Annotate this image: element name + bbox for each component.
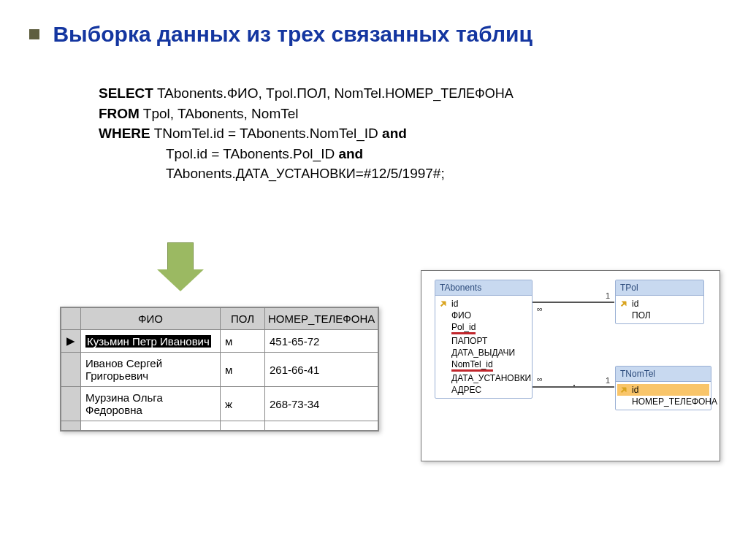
relationship-label-one: 1 [606, 291, 610, 300]
table-row [61, 421, 378, 431]
sql-keyword-and-2: and [338, 146, 363, 161]
col-pol: ПОЛ [221, 308, 265, 330]
table-row: Мурзина Ольга Федоровна ж 268-73-34 [61, 387, 378, 421]
cell-pol: м [221, 330, 265, 353]
slide-title: Выборка данных из трех связанных таблиц [53, 22, 533, 46]
sql-from-tables: Tpol, TAbonents, NomTel [140, 106, 299, 121]
schema-field: Pol_id [437, 321, 530, 335]
sql-keyword-and-1: and [382, 126, 407, 141]
schema-table-header: TNomTel [616, 367, 711, 382]
row-marker [61, 387, 81, 421]
sql-select-columns-2: НОМЕР_ТЕЛЕФОНА [385, 86, 514, 101]
schema-diagram: TAbonents id ФИО Pol_id ПАПОРТ ДАТА_ВЫДА… [421, 270, 720, 461]
schema-table-header: TAbonents [435, 280, 532, 296]
schema-field: ФИО [437, 310, 530, 321]
sql-select-columns: TAbonents.ФИО, Tpol.ПОЛ, NomTel. [153, 85, 385, 101]
slide-title-row: Выборка данных из трех связанных таблиц [29, 22, 719, 47]
schema-field: НОМЕР_ТЕЛЕФОНА [617, 396, 709, 407]
sql-where-1: TNomTel.id = TAbonents.NomTel_ID [150, 126, 382, 141]
sql-query-block: SELECT TAbonents.ФИО, Tpol.ПОЛ, NomTel.Н… [99, 83, 719, 184]
col-tel: НОМЕР_ТЕЛЕФОНА [265, 308, 378, 330]
cell-fio: Иванов Сергей Григорьевич [81, 353, 221, 387]
relationship-line [533, 386, 573, 388]
cell-tel: 261-66-41 [265, 353, 378, 387]
schema-field: ПАПОРТ [437, 335, 530, 347]
schema-field: АДРЕС [437, 384, 530, 396]
cell-fio: Кузьмин Петр Иванович [85, 335, 211, 348]
relationship-label-many: ∞ [537, 375, 543, 383]
relationship-label-one: 1 [606, 376, 610, 385]
schema-field: NomTel_id [437, 358, 530, 372]
schema-table-tpol: TPol id ПОЛ [615, 280, 704, 324]
table-header-row: ФИО ПОЛ НОМЕР_ТЕЛЕФОНА [61, 308, 378, 330]
relationship-line [573, 386, 614, 388]
schema-field: id [437, 298, 530, 310]
result-table: ФИО ПОЛ НОМЕР_ТЕЛЕФОНА ▶ Кузьмин Петр Ив… [60, 307, 379, 431]
schema-field: id [617, 384, 709, 396]
schema-field: ПОЛ [617, 310, 702, 321]
down-arrow-icon [157, 242, 204, 291]
table-row: Иванов Сергей Григорьевич м 261-66-41 [61, 353, 378, 387]
schema-field: ДАТА_УСТАНОВКИ [437, 372, 530, 384]
sql-keyword-from: FROM [99, 106, 140, 121]
sql-where-2: Tpol.id = TAbonents.Pol_ID and [99, 144, 363, 164]
schema-field: id [617, 298, 702, 310]
sql-where-3: TAbonents.ДАТА_УСТАНОВКИ=#12/5/1997#; [99, 164, 445, 184]
col-fio: ФИО [81, 308, 221, 330]
title-bullet-icon [29, 29, 39, 39]
row-marker [61, 353, 81, 387]
table-row: ▶ Кузьмин Петр Иванович м 451-65-72 [61, 330, 378, 353]
relationship-label-many: ∞ [537, 304, 543, 313]
row-marker: ▶ [61, 330, 81, 353]
cell-tel: 268-73-34 [265, 387, 378, 421]
schema-table-header: TPol [616, 280, 703, 296]
sql-keyword-select: SELECT [99, 85, 153, 101]
schema-table-tnomtel: TNomTel id НОМЕР_ТЕЛЕФОНА [615, 366, 711, 410]
schema-field: ДАТА_ВЫДАЧИ [437, 347, 530, 358]
relationship-line [533, 302, 614, 303]
cell-pol: ж [221, 387, 265, 421]
cell-pol: м [221, 353, 265, 387]
sql-keyword-where: WHERE [99, 126, 150, 141]
cell-tel: 451-65-72 [265, 330, 378, 353]
schema-table-tabonents: TAbonents id ФИО Pol_id ПАПОРТ ДАТА_ВЫДА… [435, 280, 533, 399]
cell-fio: Мурзина Ольга Федоровна [81, 387, 221, 421]
